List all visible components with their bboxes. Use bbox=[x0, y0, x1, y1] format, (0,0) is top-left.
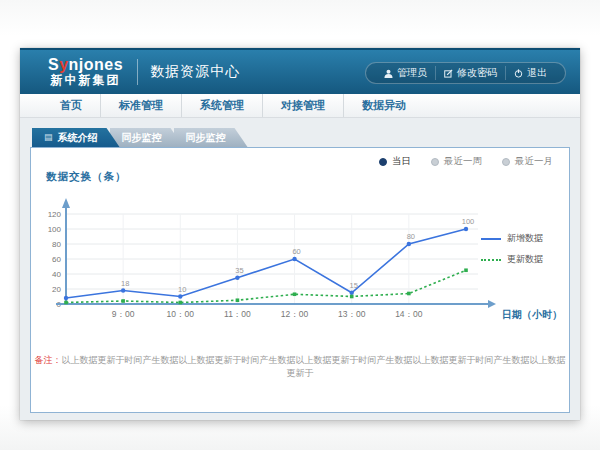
company-logo: Synjones 新中新集团 bbox=[48, 57, 123, 86]
nav-item-data-changes[interactable]: 数据异动 bbox=[343, 94, 424, 117]
svg-text:120: 120 bbox=[48, 210, 62, 219]
radio-selected-icon bbox=[379, 158, 387, 166]
footnote-prefix: 备注： bbox=[35, 355, 62, 365]
chart-legend: 新增数据更新数据 bbox=[481, 232, 559, 274]
legend-label: 新增数据 bbox=[507, 232, 543, 245]
tab-system-intro[interactable]: ▤ 系统介绍 bbox=[32, 128, 120, 147]
legend-item[interactable]: 新增数据 bbox=[481, 232, 559, 245]
svg-text:14：00: 14：00 bbox=[395, 309, 423, 319]
svg-text:40: 40 bbox=[52, 270, 61, 279]
solid-line-icon bbox=[481, 238, 501, 240]
app-title: 数据资源中心 bbox=[150, 63, 240, 81]
document-icon: ▤ bbox=[44, 133, 53, 142]
svg-text:9：00: 9：00 bbox=[112, 309, 135, 319]
edit-icon bbox=[444, 69, 453, 78]
tab-sync-monitor-1[interactable]: 同步监控 bbox=[110, 128, 184, 147]
header: Synjones 新中新集团 数据资源中心 管理员 修改密码 bbox=[20, 48, 580, 94]
svg-text:35: 35 bbox=[235, 266, 243, 275]
filter-today[interactable]: 当日 bbox=[379, 155, 411, 168]
svg-text:日期（小时）: 日期（小时） bbox=[502, 309, 562, 320]
logo-chinese-name: 新中新集团 bbox=[51, 74, 121, 87]
filter-last-week[interactable]: 最近一周 bbox=[431, 155, 482, 168]
svg-text:10：00: 10：00 bbox=[167, 309, 195, 319]
radio-icon bbox=[431, 158, 439, 166]
power-icon bbox=[514, 69, 523, 78]
change-password-button[interactable]: 修改密码 bbox=[435, 66, 505, 80]
header-divider bbox=[137, 59, 138, 85]
svg-text:15: 15 bbox=[350, 281, 358, 290]
dotted-line-icon bbox=[481, 259, 501, 261]
svg-text:100: 100 bbox=[462, 217, 475, 226]
footnote-text: 以上数据更新于时间产生数据以上数据更新于时间产生数据以上数据更新于时间产生数据以… bbox=[62, 355, 566, 378]
radio-icon bbox=[502, 158, 510, 166]
tab-bar: ▤ 系统介绍 同步监控 同步监控 bbox=[32, 128, 580, 147]
logo-wordmark: Synjones bbox=[48, 57, 123, 74]
chart-y-axis-title: 数据交换（条） bbox=[46, 170, 127, 184]
app-window: Synjones 新中新集团 数据资源中心 管理员 修改密码 bbox=[20, 48, 580, 420]
content-panel: 当日 最近一周 最近一月 数据交换（条） 0204060801001209：00… bbox=[30, 147, 570, 413]
svg-text:80: 80 bbox=[407, 232, 415, 241]
logout-button[interactable]: 退出 bbox=[505, 66, 555, 80]
footnote: 备注：以上数据更新于时间产生数据以上数据更新于时间产生数据以上数据更新于时间产生… bbox=[31, 354, 569, 380]
svg-text:60: 60 bbox=[292, 247, 300, 256]
nav-item-standard-mgmt[interactable]: 标准管理 bbox=[100, 94, 181, 117]
svg-text:20: 20 bbox=[52, 285, 61, 294]
svg-text:18: 18 bbox=[121, 279, 129, 288]
user-menu: 管理员 修改密码 退出 bbox=[365, 62, 566, 84]
svg-text:100: 100 bbox=[48, 225, 62, 234]
svg-text:13：00: 13：00 bbox=[338, 309, 366, 319]
legend-label: 更新数据 bbox=[507, 253, 543, 266]
user-icon bbox=[384, 69, 393, 78]
legend-item[interactable]: 更新数据 bbox=[481, 253, 559, 266]
nav-item-integration-mgmt[interactable]: 对接管理 bbox=[262, 94, 343, 117]
time-range-filters: 当日 最近一周 最近一月 bbox=[379, 155, 553, 168]
svg-text:60: 60 bbox=[52, 255, 61, 264]
svg-text:10: 10 bbox=[178, 285, 186, 294]
main-nav: 首页 标准管理 系统管理 对接管理 数据异动 bbox=[20, 94, 580, 118]
svg-text:12：00: 12：00 bbox=[281, 309, 309, 319]
svg-text:80: 80 bbox=[52, 240, 61, 249]
user-menu-admin[interactable]: 管理员 bbox=[376, 66, 435, 80]
filter-last-month[interactable]: 最近一月 bbox=[502, 155, 553, 168]
svg-text:11：00: 11：00 bbox=[224, 309, 251, 319]
nav-item-system-mgmt[interactable]: 系统管理 bbox=[181, 94, 262, 117]
nav-item-home[interactable]: 首页 bbox=[42, 94, 100, 117]
tab-sync-monitor-2[interactable]: 同步监控 bbox=[174, 128, 248, 147]
